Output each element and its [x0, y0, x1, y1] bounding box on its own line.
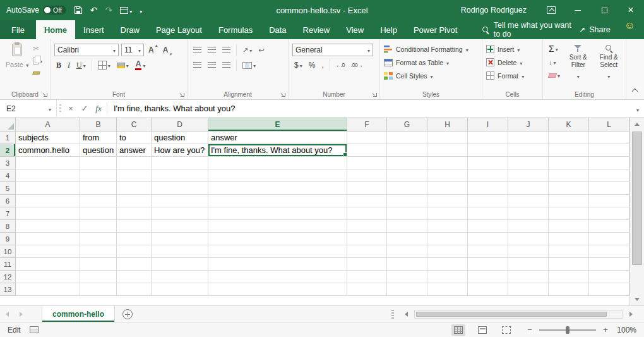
- cell-F10[interactable]: [347, 245, 387, 258]
- delete-cells-button[interactable]: Delete: [486, 56, 540, 69]
- row-header-3[interactable]: 3: [0, 157, 16, 169]
- horizontal-scroll-thumb[interactable]: [416, 312, 607, 317]
- row-header-8[interactable]: 8: [0, 220, 16, 233]
- column-header-J[interactable]: J: [508, 118, 549, 132]
- column-header-K[interactable]: K: [549, 118, 589, 132]
- align-top-button[interactable]: [191, 46, 203, 54]
- cell-F4[interactable]: [347, 169, 387, 182]
- cell-A3[interactable]: [16, 157, 80, 169]
- zoom-level[interactable]: 100%: [615, 326, 636, 334]
- cell-A5[interactable]: [16, 182, 80, 195]
- format-painter-button[interactable]: [33, 68, 42, 77]
- new-sheet-button[interactable]: [122, 309, 133, 319]
- cell-F5[interactable]: [347, 182, 387, 195]
- cell-C7[interactable]: [117, 207, 152, 220]
- ribbon-tab-review[interactable]: Review: [295, 20, 338, 39]
- cell-F8[interactable]: [347, 220, 387, 233]
- cell-B2[interactable]: question: [80, 144, 117, 157]
- cell-E5[interactable]: [208, 182, 347, 195]
- cell-I10[interactable]: [468, 245, 508, 258]
- scroll-up-button[interactable]: [630, 118, 644, 130]
- cell-H1[interactable]: [427, 132, 468, 144]
- minimize-button[interactable]: [564, 0, 591, 20]
- autosum-button[interactable]: Σ: [547, 43, 562, 54]
- save-button[interactable]: [74, 6, 83, 15]
- percent-format-button[interactable]: %: [307, 59, 318, 71]
- enter-button[interactable]: ✓: [78, 100, 92, 117]
- cell-L8[interactable]: [589, 220, 629, 233]
- cell-G2[interactable]: [387, 144, 427, 157]
- cell-E9[interactable]: [208, 233, 347, 245]
- cell-J2[interactable]: [508, 144, 549, 157]
- macro-record-icon[interactable]: [30, 326, 39, 333]
- number-dialog-launcher[interactable]: [372, 92, 378, 98]
- cell-G10[interactable]: [387, 245, 427, 258]
- cell-F1[interactable]: [347, 132, 387, 144]
- cell-K8[interactable]: [549, 220, 589, 233]
- column-header-B[interactable]: B: [80, 118, 117, 132]
- format-as-table-button[interactable]: Format as Table: [384, 56, 479, 69]
- page-break-view-button[interactable]: [499, 324, 513, 336]
- column-header-I[interactable]: I: [468, 118, 508, 132]
- cell-D12[interactable]: [152, 271, 208, 283]
- vertical-scrollbar[interactable]: [629, 118, 644, 305]
- column-header-D[interactable]: D: [152, 118, 208, 132]
- cell-I12[interactable]: [468, 271, 508, 283]
- cell-E12[interactable]: [208, 271, 347, 283]
- zoom-slider-thumb[interactable]: [566, 326, 569, 334]
- row-header-1[interactable]: 1: [0, 132, 16, 144]
- cell-G12[interactable]: [387, 271, 427, 283]
- align-middle-button[interactable]: [206, 46, 218, 54]
- format-cells-button[interactable]: Format: [486, 69, 540, 82]
- cell-J5[interactable]: [508, 182, 549, 195]
- page-layout-view-button[interactable]: [475, 324, 489, 336]
- cell-F2[interactable]: [347, 144, 387, 157]
- zoom-out-button[interactable]: −: [526, 325, 534, 334]
- cell-J10[interactable]: [508, 245, 549, 258]
- cell-K13[interactable]: [549, 283, 589, 296]
- cell-G11[interactable]: [387, 258, 427, 271]
- wrap-text-button[interactable]: [256, 45, 266, 56]
- cell-C1[interactable]: to: [117, 132, 152, 144]
- decrease-decimal-button[interactable]: .00→: [349, 61, 364, 70]
- row-header-11[interactable]: 11: [0, 258, 16, 271]
- cell-J9[interactable]: [508, 233, 549, 245]
- cell-H2[interactable]: [427, 144, 468, 157]
- cell-D1[interactable]: question: [152, 132, 208, 144]
- cell-L7[interactable]: [589, 207, 629, 220]
- feedback-smiley-icon[interactable]: [624, 20, 635, 39]
- cell-B4[interactable]: [80, 169, 117, 182]
- cell-F9[interactable]: [347, 233, 387, 245]
- cell-E2[interactable]: I'm fine, thanks. What about you?: [208, 144, 347, 157]
- cell-H4[interactable]: [427, 169, 468, 182]
- font-dialog-launcher[interactable]: [179, 92, 186, 98]
- row-header-13[interactable]: 13: [0, 283, 16, 296]
- row-header-7[interactable]: 7: [0, 207, 16, 220]
- cell-A4[interactable]: [16, 169, 80, 182]
- cell-B10[interactable]: [80, 245, 117, 258]
- row-header-5[interactable]: 5: [0, 182, 16, 195]
- cell-F7[interactable]: [347, 207, 387, 220]
- cell-G13[interactable]: [387, 283, 427, 296]
- ribbon-tab-help[interactable]: Help: [372, 20, 405, 39]
- merge-center-button[interactable]: [241, 59, 258, 71]
- cell-B7[interactable]: [80, 207, 117, 220]
- fill-color-button[interactable]: [115, 59, 131, 71]
- expand-formula-bar-button[interactable]: [631, 100, 644, 117]
- cell-L6[interactable]: [589, 195, 629, 207]
- cell-J8[interactable]: [508, 220, 549, 233]
- cell-F13[interactable]: [347, 283, 387, 296]
- scroll-down-button[interactable]: [630, 293, 644, 305]
- cell-C4[interactable]: [117, 169, 152, 182]
- cell-I8[interactable]: [468, 220, 508, 233]
- cell-I7[interactable]: [468, 207, 508, 220]
- column-header-G[interactable]: G: [387, 118, 427, 132]
- cell-L10[interactable]: [589, 245, 629, 258]
- cell-I4[interactable]: [468, 169, 508, 182]
- cell-E10[interactable]: [208, 245, 347, 258]
- autosave-toggle[interactable]: AutoSave Off: [6, 6, 66, 15]
- cell-L12[interactable]: [589, 271, 629, 283]
- cell-H8[interactable]: [427, 220, 468, 233]
- cell-D4[interactable]: [152, 169, 208, 182]
- cell-F12[interactable]: [347, 271, 387, 283]
